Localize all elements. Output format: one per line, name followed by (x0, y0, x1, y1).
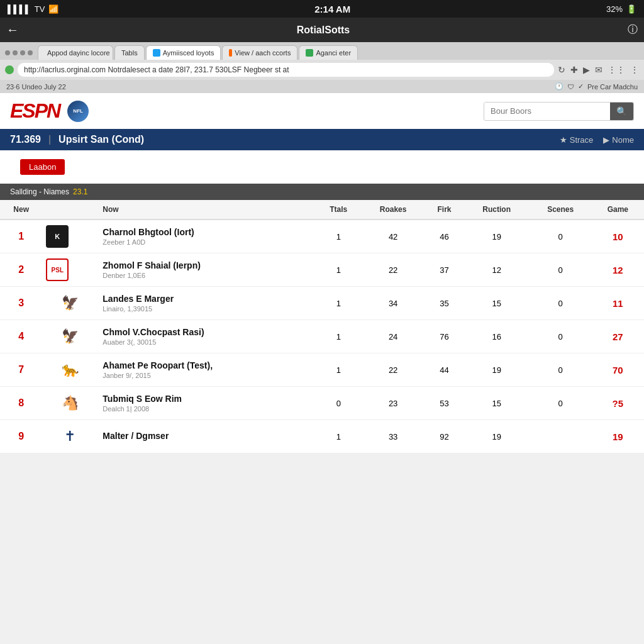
scenes-cell (530, 420, 592, 453)
back-button[interactable]: ← (6, 23, 19, 37)
bookmark-icon[interactable]: ✚ (570, 65, 578, 75)
more-icon[interactable]: ⋮ (630, 65, 639, 75)
roakes-cell: 22 (362, 253, 425, 287)
tab-1[interactable]: Appod dayinc locore (38, 45, 113, 60)
table-row[interactable]: 7 🐆 Ahamet Pe Roopart (Test), Janber 9/,… (0, 353, 644, 387)
roakes-cell: 23 (362, 387, 425, 420)
mail-icon[interactable]: ✉ (595, 65, 602, 75)
team-name-cell: Ahamet Pe Roopart (Test), Janber 9/, 201… (97, 353, 315, 387)
nome-action[interactable]: ▶ Nome (603, 135, 634, 145)
tab1-label: Appod dayinc locore (47, 49, 110, 57)
status-left: ▌▌▌▌ TV 📶 (8, 4, 58, 14)
toolbar: 23·6 Undeo July 22 🕐 🛡 ✓ Pre Car Madchu (0, 80, 644, 93)
roakes-cell: 34 (362, 287, 425, 320)
laabon-button[interactable]: Laabon (20, 159, 65, 175)
team-logo-cell: 🐆 (42, 353, 97, 387)
ruction-cell: 19 (464, 420, 530, 453)
toolbar-right: 🕐 🛡 ✓ Pre Car Madchu (555, 82, 638, 91)
search-button[interactable]: 🔍 (610, 103, 633, 120)
table-row[interactable]: 9 ✝ Malter / Dgmser 1 33 92 19 19 (0, 420, 644, 453)
table-row[interactable]: 8 🐴 Tubmiq S Eow Rim Dealch 1| 2008 0 23… (0, 387, 644, 420)
game-score: 70 (613, 365, 623, 375)
team-logo-cell: 🦅 (42, 320, 97, 353)
team-logo-cell: ✝ (42, 420, 97, 453)
game-score: 19 (613, 431, 623, 442)
game-score: ?5 (613, 398, 624, 409)
tab-dot-2 (13, 50, 18, 55)
col-new: New (0, 200, 42, 219)
ttals-cell: 1 (316, 253, 362, 287)
ruction-cell: 16 (464, 320, 530, 353)
col-firk: Firk (425, 200, 464, 219)
toolbar-shield-icon: 🛡 (567, 83, 574, 91)
search-box: 🔍 (484, 102, 634, 121)
team-logo-cell: 🦅 (42, 287, 97, 320)
team-name-cell: Charnol Bhgtool (Iort) Zeeber 1 A0D (97, 219, 315, 253)
scenes-cell: 0 (530, 253, 592, 287)
reload-icon[interactable]: ↻ (558, 65, 565, 75)
table-row[interactable]: 2 PSL Zhomol F Shaial (Ierpn) Denber 1,0… (0, 253, 644, 287)
battery-percent: 32% (606, 4, 623, 14)
nome-label: Nome (612, 135, 634, 145)
rank-num: 9 (18, 431, 24, 441)
tab-5[interactable]: Aganci eter (299, 45, 358, 60)
strace-label: Strace (570, 135, 594, 145)
table-row[interactable]: 4 🦅 Chmol V.Chocpast Rasi) Auaber 3(, 30… (0, 320, 644, 353)
tv-icon: TV (35, 4, 45, 14)
url-action-icons: ↻ ✚ ▶ ✉ ⋮⋮ ⋮ (558, 65, 639, 75)
strace-action[interactable]: ★ Strace (560, 135, 594, 145)
tab-dot-4 (28, 50, 33, 55)
tab3-icon (153, 49, 160, 57)
ttals-cell: 1 (316, 353, 362, 387)
url-input[interactable] (18, 63, 554, 77)
ttals-cell: 1 (316, 420, 362, 453)
team-logo-cell: K (42, 219, 97, 253)
tab-3[interactable]: Aymiisced loyots (146, 45, 221, 60)
ttals-cell: 0 (316, 387, 362, 420)
ttals-cell: 1 (316, 320, 362, 353)
roakes-cell: 24 (362, 320, 425, 353)
team-name-cell: Zhomol F Shaial (Ierpn) Denber 1,0E6 (97, 253, 315, 287)
section-actions: ★ Strace ▶ Nome (560, 135, 634, 145)
game-score: 27 (613, 331, 623, 342)
tab3-label: Aymiisced loyots (163, 49, 214, 57)
nfl-badge: NFL (67, 101, 89, 122)
col-logo (42, 200, 97, 219)
search-input[interactable] (484, 103, 610, 119)
play-icon: ▶ (603, 135, 609, 145)
battery-icon: 🔋 (626, 4, 636, 14)
tab-bar: Appod dayinc locore Tabls Aymiisced loyo… (0, 42, 644, 60)
tab-2[interactable]: Tabls (114, 45, 145, 60)
ruction-cell: 15 (464, 387, 530, 420)
table-section: Sallding - Niames 23.1 New Now Ttals Roa… (0, 184, 644, 453)
tab5-label: Aganci eter (316, 49, 351, 57)
table-row[interactable]: 3 🦅 Landes E Marger Linairo, 1,39015 1 3… (0, 287, 644, 320)
firk-cell: 35 (425, 287, 464, 320)
tab-4[interactable]: View / aach ccorts (222, 45, 297, 60)
table-row[interactable]: 1 K Charnol Bhgtool (Iort) Zeeber 1 A0D … (0, 219, 644, 253)
firk-cell: 46 (425, 219, 464, 253)
info-button[interactable]: ⓘ (628, 23, 638, 36)
col-now: Now (97, 200, 315, 219)
ruction-cell: 12 (464, 253, 530, 287)
share-icon[interactable]: ▶ (583, 65, 590, 75)
ruction-cell: 19 (464, 353, 530, 387)
ruction-cell: 19 (464, 219, 530, 253)
team-logo-cell: 🐴 (42, 387, 97, 420)
espn-logo: ESPN (10, 99, 60, 123)
ttals-cell: 1 (316, 219, 362, 253)
wifi-icon: 📶 (48, 4, 58, 14)
toolbar-clock-icon: 🕐 (555, 82, 564, 91)
rank-num: 1 (18, 231, 24, 242)
scenes-cell: 0 (530, 353, 592, 387)
rank-num: 2 (18, 264, 24, 275)
browser-title: RotialSotts (25, 25, 621, 36)
table-subtitle: Sallding - Niames 23.1 (0, 184, 644, 200)
rank-num: 8 (18, 397, 24, 408)
subtitle-highlight: 23.1 (73, 187, 87, 196)
section-number: 71.369 (10, 134, 41, 145)
scenes-cell: 0 (530, 219, 592, 253)
table-header-row: New Now Ttals Roakes Firk Ruction Scenes… (0, 200, 644, 219)
grid-icon[interactable]: ⋮⋮ (608, 65, 625, 75)
section-header: 71.369 | Upsirt San (Cond) ★ Strace ▶ No… (0, 129, 644, 150)
